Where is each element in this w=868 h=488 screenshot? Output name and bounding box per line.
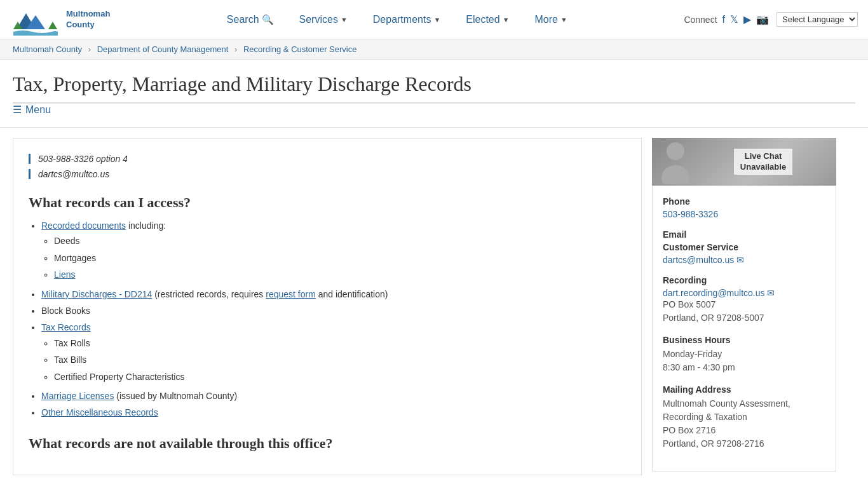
nav-departments[interactable]: Departments ▼: [360, 0, 453, 39]
connect-label: Connect: [684, 15, 717, 25]
military-link[interactable]: Military Discharges - DD214: [41, 289, 152, 299]
nav-search[interactable]: Search 🔍: [214, 0, 287, 39]
logo[interactable]: MultnomahCounty: [10, 4, 110, 36]
live-chat-line2: Unavailable: [740, 162, 786, 173]
nav-elected[interactable]: Elected ▼: [453, 0, 522, 39]
nav-search-label: Search: [227, 14, 259, 25]
breadcrumb-separator: ›: [234, 44, 237, 54]
content-area: 503-988-3326 option 4 dartcs@multco.us W…: [13, 138, 642, 475]
marriage-link[interactable]: Marriage Licenses: [41, 391, 114, 401]
phone-number: 503-988-3326 option 4: [38, 154, 626, 164]
recording-label: Recording: [663, 275, 825, 285]
recording-email-icon: ✉: [767, 288, 775, 298]
chevron-down-icon: ▼: [560, 16, 567, 24]
mailing-label: Mailing Address: [663, 384, 825, 395]
recording-email-link[interactable]: dart.recording@multco.us ✉: [663, 288, 775, 298]
language-selector[interactable]: Select Language: [776, 12, 858, 27]
liens-link[interactable]: Liens: [54, 269, 75, 280]
military-suffix: (restricted records, requires: [154, 289, 266, 299]
sidebar-phone: Phone 503-988-3326: [663, 196, 825, 219]
nav-services-label: Services: [299, 14, 338, 25]
tax-bills-item: Tax Bills: [54, 353, 626, 367]
recorded-docs-suffix: including:: [126, 220, 166, 231]
email-address-link[interactable]: dartcs@multco.us ✉: [663, 255, 744, 265]
recorded-docs-link[interactable]: Recorded documents: [41, 220, 126, 231]
records-list: Recorded documents including: Deeds Mort…: [41, 219, 626, 420]
request-form-link[interactable]: request form: [266, 289, 316, 299]
breadcrumb: Multnomah County › Department of County …: [0, 39, 868, 60]
tax-records-item: Tax Records Tax Rolls Tax Bills Certifie…: [41, 320, 626, 384]
top-bar: MultnomahCounty Search 🔍 Services ▼ Depa…: [0, 0, 868, 39]
phone-contact: 503-988-3326 option 4: [29, 154, 626, 164]
instagram-icon[interactable]: 📷: [756, 13, 769, 25]
logo-text: MultnomahCounty: [66, 9, 110, 30]
deeds-item: Deeds: [54, 234, 626, 248]
nav-services[interactable]: Services ▼: [287, 0, 360, 39]
chevron-down-icon: ▼: [503, 16, 510, 24]
mailing-line1: Multnomah County Assessment,: [663, 397, 825, 410]
search-icon: 🔍: [262, 14, 274, 25]
certified-prop-item: Certified Property Characteristics: [54, 370, 626, 384]
breadcrumb-separator: ›: [88, 44, 91, 54]
recording-po: PO Box 5007: [663, 298, 825, 311]
nav-more[interactable]: More ▼: [522, 0, 580, 39]
svg-marker-3: [48, 22, 57, 29]
section2-heading: What records are not available through t…: [29, 435, 626, 452]
sidebar-hours: Business Hours Monday-Friday 8:30 am - 4…: [663, 335, 825, 374]
sidebar: Live Chat Unavailable Phone 503-988-3326…: [652, 138, 836, 475]
nav-departments-label: Departments: [373, 14, 431, 25]
block-books-item: Block Books: [41, 304, 626, 318]
recorded-sub-list: Deeds Mortgages Liens: [54, 234, 626, 281]
sidebar-recording: Recording dart.recording@multco.us ✉ PO …: [663, 275, 825, 325]
recording-city: Portland, OR 97208-5007: [663, 311, 825, 325]
menu-icon: ☰: [13, 104, 22, 116]
chat-overlay: Live Chat Unavailable: [734, 149, 792, 175]
nav-elected-label: Elected: [466, 14, 499, 25]
mailing-line3: PO Box 2716: [663, 424, 825, 437]
section1-heading: What records can I access?: [29, 194, 626, 211]
tax-sub-list: Tax Rolls Tax Bills Certified Property C…: [54, 336, 626, 384]
chevron-down-icon: ▼: [433, 16, 440, 24]
marriage-item: Marriage Licenses (issued by Multnomah C…: [41, 389, 626, 403]
live-chat-line1: Live Chat: [740, 151, 786, 162]
live-chat-banner[interactable]: Live Chat Unavailable: [652, 138, 836, 186]
chevron-down-icon: ▼: [341, 16, 348, 24]
hours-days: Monday-Friday: [663, 348, 825, 361]
svg-point-4: [667, 142, 684, 160]
youtube-icon[interactable]: ▶: [743, 13, 751, 25]
breadcrumb-service[interactable]: Recording & Customer Service: [243, 44, 356, 54]
tax-rolls-item: Tax Rolls: [54, 336, 626, 350]
nav-more-label: More: [535, 14, 558, 25]
main-layout: 503-988-3326 option 4 dartcs@multco.us W…: [0, 138, 868, 475]
tax-records-link[interactable]: Tax Records: [41, 322, 91, 332]
mailing-line2: Recording & Taxation: [663, 410, 825, 424]
phone-number-link[interactable]: 503-988-3326: [663, 209, 718, 219]
facebook-icon[interactable]: f: [722, 14, 725, 25]
person-silhouette: [658, 138, 693, 186]
main-nav: Search 🔍 Services ▼ Departments ▼ Electe…: [110, 0, 684, 39]
sidebar-mailing: Mailing Address Multnomah County Assessm…: [663, 384, 825, 451]
breadcrumb-dept[interactable]: Department of County Management: [97, 44, 229, 54]
email-sub: Customer Service: [663, 242, 825, 252]
email-contact: dartcs@multco.us: [29, 169, 626, 179]
marriage-suffix: (issued by Multnomah County): [116, 391, 237, 401]
military-item: Military Discharges - DD214 (restricted …: [41, 287, 626, 301]
svg-point-5: [661, 165, 689, 184]
sidebar-email: Email Customer Service dartcs@multco.us …: [663, 229, 825, 265]
twitter-icon[interactable]: 𝕏: [730, 13, 738, 25]
misc-link[interactable]: Other Miscellaneous Records: [41, 407, 158, 417]
menu-label: Menu: [25, 104, 51, 116]
email-icon: ✉: [736, 255, 744, 265]
recorded-docs-item: Recorded documents including: Deeds Mort…: [41, 219, 626, 282]
hours-label: Business Hours: [663, 335, 825, 345]
email-label: Email: [663, 229, 825, 240]
page-title: Tax, Property, Marriage and Military Dis…: [13, 72, 855, 96]
email-address-text: dartcs@multco.us: [663, 255, 734, 265]
hours-time: 8:30 am - 4:30 pm: [663, 361, 825, 374]
military-suffix2: and identification): [318, 289, 388, 299]
liens-item: Liens: [54, 268, 626, 281]
breadcrumb-home[interactable]: Multnomah County: [13, 44, 82, 54]
page-header: Tax, Property, Marriage and Military Dis…: [0, 60, 868, 128]
mortgages-item: Mortgages: [54, 251, 626, 265]
menu-toggle[interactable]: ☰ Menu: [13, 104, 51, 116]
